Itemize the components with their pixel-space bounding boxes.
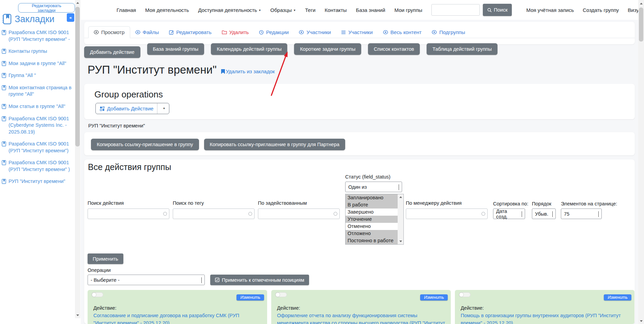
tab-all-content[interactable]: Весь контент [378, 27, 427, 38]
bookmark-item[interactable]: Разработка СМК ISO 9001 (РУП "Институт в… [2, 29, 72, 43]
nav-my-groups[interactable]: Мои группы [395, 7, 423, 13]
nav-contacts[interactable]: Контакты [325, 7, 347, 13]
tab-files[interactable]: Файлы [130, 27, 164, 38]
search-button[interactable]: Поиск [483, 4, 512, 16]
status-option[interactable]: Запланировано [346, 194, 403, 201]
bookmark-item[interactable]: Разработка СМК ISO 9001 (Cyberdyne Syste… [2, 115, 72, 136]
bookmark-item[interactable]: Контакты группы [2, 48, 72, 55]
input-clear-icon[interactable] [248, 212, 252, 216]
nav-available-activity-label: Доступная деятельность [198, 7, 257, 13]
search-tag-input[interactable] [173, 209, 255, 219]
scroll-up-arrow[interactable] [75, 0, 80, 6]
bookmark-item[interactable]: Мои статьи в группе "All" [2, 103, 72, 110]
title-row: РУП "Институт времени" Удалить из заклад… [88, 63, 275, 76]
group-actions-table-button[interactable]: Таблица действий группы [427, 43, 497, 55]
by-manager-input[interactable] [406, 209, 488, 219]
add-action-split-button[interactable]: Добавить Действие ▼ [95, 103, 169, 114]
input-clear-icon[interactable] [334, 212, 337, 216]
search-input[interactable] [431, 4, 480, 16]
card-toggle[interactable] [92, 292, 103, 297]
action-link[interactable]: Помощь в организации группы внутренних а… [461, 312, 629, 324]
edit-bookmarks-button[interactable]: Редактировать закладки [18, 3, 75, 13]
tab-label: Просмотр [101, 29, 125, 35]
tab-members[interactable]: Участники [294, 27, 336, 38]
edit-badge[interactable]: Изменить [236, 294, 264, 300]
tab-members-list[interactable]: Участники [336, 27, 378, 38]
remove-from-bookmarks-link[interactable]: Удалить из закладок [221, 68, 275, 74]
users-icon [299, 30, 304, 34]
edit-badge[interactable]: Изменить [604, 294, 631, 300]
group-knowledge-base-button[interactable]: База знаний группы [147, 43, 204, 55]
scrollbar-thumb[interactable] [75, 7, 80, 146]
bookmark-item[interactable]: РУП "Институт времени" [2, 178, 72, 185]
action-field-label: Действие: [277, 305, 300, 311]
scroll-down-arrow[interactable] [398, 238, 403, 244]
status-mode-select[interactable]: Один из [345, 182, 402, 192]
tab-edit[interactable]: Редактировать [164, 27, 217, 38]
tab-subgroups[interactable]: Подгруппы [427, 27, 470, 38]
status-multiselect[interactable]: Запланировано В работе Завершено Уточнен… [345, 194, 404, 245]
edit-badge[interactable]: Изменить [420, 294, 448, 300]
nav-samples[interactable]: Образцы▼ [270, 7, 296, 13]
bookmark-icon [2, 160, 6, 165]
nav-my-account[interactable]: Моя учётная запись [526, 7, 574, 13]
main-vertical-scrollbar[interactable] [638, 0, 644, 324]
scroll-down-arrow[interactable] [638, 318, 644, 324]
copy-invite-link-button[interactable]: Копировать ссылку-приглашение в группу [91, 139, 199, 150]
nav-tags[interactable]: Теги [305, 7, 316, 13]
multiselect-scrollbar[interactable] [398, 194, 403, 244]
bookmark-item[interactable]: Группа "All " [2, 72, 72, 79]
sort-by-select[interactable]: Дата созд. [493, 209, 525, 219]
input-clear-icon[interactable] [163, 212, 167, 216]
group-calendar-button[interactable]: Календарь действий группы [211, 43, 287, 55]
nav-home[interactable]: Главная [117, 7, 136, 13]
sidebar-vertical-scrollbar[interactable] [75, 0, 80, 318]
operations-select[interactable]: - Выберите - [88, 275, 205, 285]
scroll-down-arrow[interactable] [75, 312, 80, 318]
status-mode-value: Один из [348, 184, 367, 190]
bookmark-item[interactable]: Разработка СМК ISO 9001 (РУП "Институт в… [2, 159, 72, 173]
tab-view[interactable]: Просмотр [88, 26, 130, 38]
list-icon [341, 30, 346, 34]
tab-revisions[interactable]: Редакции [254, 27, 294, 38]
order-select[interactable]: Убыв. [532, 209, 556, 219]
nav-knowledge-base[interactable]: База знаний [356, 7, 385, 13]
sidebar-collapse-button[interactable]: « [67, 13, 74, 22]
card-toggle[interactable] [275, 292, 287, 297]
nav-create-group[interactable]: Создать группу [583, 7, 619, 13]
bookmark-icon [2, 85, 6, 90]
bookmark-filled-icon [221, 69, 225, 74]
per-page-select[interactable]: 75 [561, 209, 602, 219]
status-option[interactable]: Отложено [346, 230, 403, 237]
search-action-input[interactable] [88, 209, 169, 219]
split-button-caret[interactable]: ▼ [157, 103, 169, 114]
bookmark-item[interactable]: Моя контактная страница в группе "All" [2, 84, 72, 98]
scrollbar-thumb[interactable] [639, 7, 643, 42]
action-link[interactable]: Согласование и подписание договора на ра… [93, 312, 262, 324]
scroll-up-arrow[interactable] [398, 194, 403, 200]
apply-to-selected-button[interactable]: Применить к отмеченным позициям [210, 275, 309, 285]
bookmark-item[interactable]: Разработка СМК ISO 9001 (РУП "Институт в… [2, 141, 72, 154]
add-action-quick-button[interactable]: Добавить действие [84, 46, 140, 58]
tab-delete[interactable]: Удалить [217, 27, 254, 38]
operations-value: - Выберите - [91, 277, 120, 283]
page-title: РУП "Институт времени" [88, 63, 217, 76]
nav-my-activity[interactable]: Моя деятельность [145, 7, 189, 13]
status-option[interactable]: Постоянно в работе [346, 237, 403, 244]
status-option[interactable]: В работе [346, 201, 403, 209]
scroll-up-arrow[interactable] [638, 1, 644, 6]
status-option[interactable]: Уточнение [346, 216, 403, 223]
status-option[interactable]: Завершено [346, 209, 403, 216]
nav-available-activity[interactable]: Доступная деятельность▼ [198, 7, 261, 13]
contact-list-button[interactable]: Список контактов [368, 43, 420, 55]
input-clear-icon[interactable] [481, 212, 485, 216]
copy-partner-invite-link-button[interactable]: Копировать ссылку-приглашение в группу д… [204, 139, 346, 150]
action-link[interactable]: Оформление отчета по анализу функциониро… [277, 312, 445, 324]
apply-button[interactable]: Применить [88, 253, 123, 264]
status-option[interactable]: Отменено [346, 223, 403, 230]
bookmark-item-label: Мои задачи в группе "All" [9, 60, 66, 67]
card-toggle[interactable] [459, 292, 471, 297]
group-short-tasks-button[interactable]: Короткие задачи группы [294, 43, 361, 55]
by-involved-input[interactable] [258, 209, 340, 219]
bookmark-item[interactable]: Мои задачи в группе "All" [2, 60, 72, 67]
